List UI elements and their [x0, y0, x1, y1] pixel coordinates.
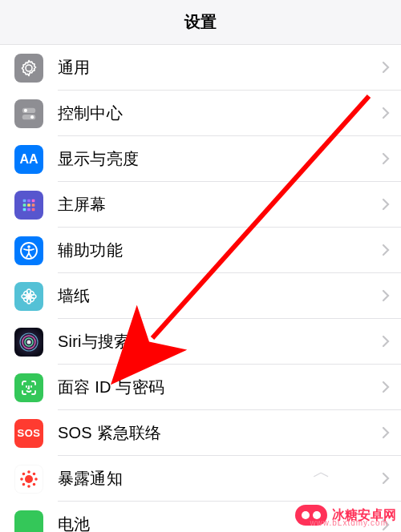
- svg-point-29: [28, 470, 30, 472]
- siri-icon: [14, 328, 43, 357]
- chevron-right-icon: [382, 381, 390, 393]
- svg-point-34: [33, 473, 34, 474]
- sos-icon: SOS: [14, 419, 43, 448]
- row-label: 显示与亮度: [58, 148, 382, 170]
- row-label: 暴露通知: [58, 468, 382, 490]
- exposure-icon: [14, 465, 43, 494]
- flower-icon: [14, 282, 43, 311]
- aa-icon: AA: [14, 145, 43, 174]
- row-home-screen[interactable]: 主屏幕: [0, 182, 401, 228]
- row-label: 面容 ID 与密码: [58, 377, 382, 398]
- svg-rect-11: [27, 208, 30, 211]
- settings-list: 通用 控制中心 AA 显示与亮度 主屏幕: [0, 45, 401, 532]
- chevron-right-icon: [382, 152, 390, 165]
- row-display[interactable]: AA 显示与亮度: [0, 136, 401, 182]
- toggles-icon: [14, 99, 43, 128]
- svg-point-3: [30, 115, 34, 119]
- row-label: 辅助功能: [58, 240, 382, 261]
- svg-rect-10: [23, 208, 26, 211]
- gear-icon: [14, 54, 43, 83]
- watermark-url: www.bLxtdmy.com: [310, 518, 388, 527]
- chevron-right-icon: [382, 61, 390, 74]
- svg-rect-7: [23, 204, 26, 207]
- svg-point-31: [21, 478, 22, 479]
- svg-point-27: [27, 340, 31, 344]
- svg-rect-12: [32, 208, 35, 211]
- chevron-right-icon: [382, 472, 390, 485]
- svg-point-28: [25, 475, 33, 483]
- row-label: 墙纸: [58, 285, 382, 307]
- svg-point-15: [27, 294, 30, 297]
- row-accessibility[interactable]: 辅助功能: [0, 228, 401, 273]
- chevron-right-icon: [382, 289, 390, 302]
- chevron-right-icon: [382, 107, 390, 119]
- row-label: 通用: [58, 57, 382, 79]
- row-faceid[interactable]: 面容 ID 与密码: [0, 365, 401, 410]
- row-wallpaper[interactable]: 墙纸: [0, 273, 401, 319]
- battery-icon: [14, 510, 43, 533]
- row-siri[interactable]: Siri与搜索: [0, 319, 401, 365]
- row-exposure[interactable]: 暴露通知: [0, 456, 401, 502]
- svg-point-1: [24, 108, 27, 111]
- chevron-right-icon: [382, 244, 390, 256]
- svg-rect-8: [27, 204, 30, 207]
- faceid-icon: [14, 373, 43, 402]
- row-label: 主屏幕: [58, 194, 382, 216]
- svg-point-35: [22, 483, 24, 485]
- svg-point-36: [33, 483, 34, 485]
- chevron-right-icon: [382, 198, 390, 211]
- svg-rect-5: [27, 199, 30, 202]
- row-sos[interactable]: SOS SOS 紧急联络: [0, 410, 401, 456]
- row-general[interactable]: 通用: [0, 45, 401, 91]
- svg-rect-9: [32, 204, 35, 207]
- accessibility-icon: [14, 236, 43, 265]
- header: 设置: [0, 0, 401, 45]
- svg-point-14: [27, 245, 30, 248]
- watermark: 冰糖安卓网 www.bLxtdmy.com: [295, 505, 396, 526]
- svg-rect-6: [32, 199, 35, 202]
- chevron-right-icon: [382, 426, 390, 439]
- row-label: 控制中心: [58, 103, 382, 124]
- scroll-hint-icon: ︿: [313, 460, 330, 484]
- grid-icon: [14, 191, 43, 220]
- svg-point-33: [22, 473, 24, 474]
- row-control-center[interactable]: 控制中心: [0, 91, 401, 136]
- row-label: Siri与搜索: [58, 331, 382, 353]
- svg-point-32: [35, 478, 37, 479]
- row-label: SOS 紧急联络: [58, 422, 382, 444]
- page-title: 设置: [184, 11, 217, 33]
- svg-rect-4: [23, 199, 26, 202]
- chevron-right-icon: [382, 335, 390, 348]
- svg-point-30: [28, 485, 30, 486]
